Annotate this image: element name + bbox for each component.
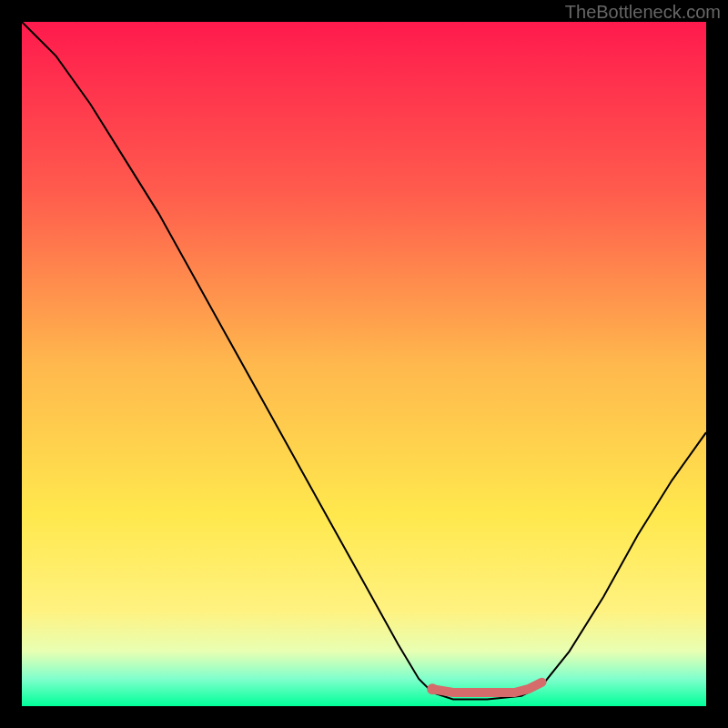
- watermark-text: TheBottleneck.com: [565, 2, 721, 23]
- gradient-background: [22, 22, 706, 706]
- chart-plot-area: [22, 22, 706, 706]
- bottleneck-chart: [22, 22, 706, 706]
- optimal-range-start-dot: [427, 683, 438, 694]
